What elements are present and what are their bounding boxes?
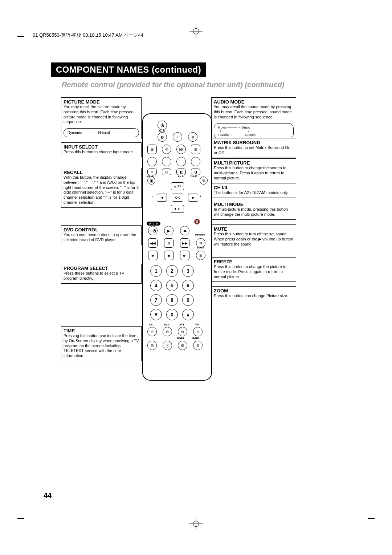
- section-title: COMPONENT NAMES (continued): [51, 62, 206, 77]
- audio-mode-button: ♪: [173, 132, 182, 142]
- teletext-button: ⊟: [147, 341, 157, 350]
- callout-freeze: FREEZE Press this button to change the p…: [211, 257, 296, 282]
- time-button: 🕐: [163, 341, 172, 350]
- digit-0: 0: [166, 309, 178, 320]
- digit-8: 8: [166, 294, 178, 306]
- callout-input-select: INPUT SELECT Press this button to change…: [61, 142, 142, 157]
- dvd-ff: ▶▶: [180, 238, 189, 248]
- rgb2-button: ⊞: [193, 341, 203, 350]
- page-number: 44: [44, 491, 52, 500]
- dvd-label: D V D: [147, 222, 160, 226]
- dvd-play: ▶: [164, 226, 173, 235]
- digit-2: 2: [166, 265, 178, 277]
- blank-button: [162, 157, 171, 166]
- teletext-button: ≡: [147, 169, 157, 175]
- rgb2-label: RGB2: [192, 337, 199, 340]
- ab-button: ◧: [176, 169, 186, 175]
- digit-4: 4: [150, 280, 162, 291]
- dvd-pause: ⏸: [164, 238, 173, 248]
- digit-7: 7: [150, 294, 162, 306]
- nav-cluster: ▲ P+ ▼ P- ◀ ▶ OK − +: [155, 182, 199, 212]
- registration-mark-bottom: [189, 517, 203, 530]
- nav-left: ◀: [157, 194, 167, 202]
- rgb1-label: RGB1: [177, 337, 184, 340]
- recall-button: ⟲: [162, 145, 171, 154]
- blank-button: [147, 157, 157, 166]
- av2-button: ⊜: [163, 327, 172, 336]
- ch-up: ▲: [182, 309, 194, 320]
- callout-dvd-control: DVD CONTROL You can use these buttons to…: [61, 225, 142, 245]
- callout-multi-picture: MULTI PICTURE Press this button to chang…: [211, 158, 296, 183]
- digit-5: 5: [166, 280, 178, 291]
- av1-button: ⊜: [147, 327, 157, 336]
- dvd-rew: ◀◀: [148, 238, 158, 248]
- zoom-button: ⊕: [196, 251, 205, 260]
- callout-matrix-surround: MATRIX SURROUND Press this button to set…: [211, 138, 296, 158]
- sequence-box: Movie ———→ Music ↑ ↓ Favorite ←——— Speec…: [214, 123, 294, 139]
- header-slug: 01 QR58553-英語-初校 03.10.15 10:47 AM ページ44: [33, 32, 143, 39]
- dvd-next: ⏭: [180, 251, 189, 260]
- freeze-label: FREEZE: [195, 234, 205, 236]
- callout-mute: MUTE Press this button to turn off the s…: [211, 224, 296, 249]
- callout-program-select: PROGRAM SELECT Press these buttons to se…: [61, 264, 142, 284]
- ch-button: I/II: [176, 145, 186, 154]
- av3-label: AV3: [179, 323, 184, 326]
- dn-button: ◐: [158, 132, 167, 142]
- callout-audio-mode: AUDIO MODE You may recall the sound mode…: [211, 97, 296, 141]
- callout-multi-mode: MULTI MODE In multi-picture mode, pressi…: [211, 200, 296, 220]
- multi-mode-button: ↻: [200, 177, 208, 185]
- input-select-button: ⊕: [147, 145, 157, 154]
- av3-button: ⊜: [178, 327, 187, 336]
- nav-ok: OK: [172, 194, 183, 202]
- crop-mark-bl: [17, 518, 24, 533]
- zoom-label: ZOOM: [197, 246, 204, 249]
- nav-right: ▶: [188, 194, 198, 202]
- blank-button: [191, 157, 200, 166]
- callout-zoom: ZOOM Press this button can change Pictur…: [211, 286, 296, 301]
- menu-button: ▣: [147, 177, 155, 185]
- sequence-box: Dynamic ———→ Natural: [64, 128, 139, 137]
- av1-label: AV1: [149, 323, 154, 326]
- av2-label: AV2: [164, 323, 169, 326]
- mute-icon: 🔇: [194, 219, 200, 224]
- callout-title: PICTURE MODE: [61, 98, 141, 105]
- power-button: ⏻: [158, 121, 167, 130]
- blank-button: [176, 157, 186, 166]
- ch-down: ▼: [150, 309, 162, 320]
- callout-time: TIME Pressing this button can indicate t…: [61, 326, 142, 361]
- callout-ch: CH I/II This button is for A2 / NICAM mo…: [211, 183, 296, 198]
- matrix-surround-button: ⊚: [188, 132, 197, 142]
- callout-recall: RECALL With this button, the display cha…: [61, 168, 142, 208]
- av4-label: AV4: [195, 323, 199, 326]
- callout-body: You may recall the picture mode by press…: [61, 105, 141, 127]
- crop-mark-br: [368, 518, 375, 533]
- crop-mark-tl: [17, 22, 24, 37]
- ab-label: A / B: [178, 175, 184, 178]
- nav-down: ▼ P-: [171, 205, 184, 213]
- digit-6: 6: [182, 280, 194, 291]
- av4-button: ⊜: [193, 327, 203, 336]
- dvd-open: ⏏: [180, 226, 189, 235]
- 2412-label: 2-4-12: [190, 175, 197, 178]
- digit-3: 3: [182, 265, 194, 277]
- crop-mark-tr: [368, 22, 375, 36]
- section-subtitle: Remote control (provided for the optiona…: [62, 81, 284, 89]
- digit-mode-button: ◑: [191, 169, 200, 175]
- dvd-stop: ■: [164, 251, 173, 260]
- digit-9: 9: [182, 294, 194, 306]
- registration-mark-top: [189, 25, 203, 38]
- digit-1: 1: [150, 265, 162, 277]
- nav-up: ▲ P+: [171, 182, 184, 190]
- dvd-power: ⊙⏻: [148, 226, 158, 235]
- dvd-prev: ⏮: [148, 251, 158, 260]
- callout-picture-mode: PICTURE MODE You may recall the picture …: [61, 97, 142, 139]
- rgb1-button: ⊞: [178, 341, 187, 350]
- multi-picture-button: ⊞: [191, 145, 200, 154]
- teletext-button: ⊟: [162, 169, 171, 175]
- remote-control-diagram: ⏻ D / N ◐ ♪ ⊚ ⊕ ⟲ I/II ⊞ ≡ ⊟ ◧ ◑ MENU A …: [142, 113, 212, 381]
